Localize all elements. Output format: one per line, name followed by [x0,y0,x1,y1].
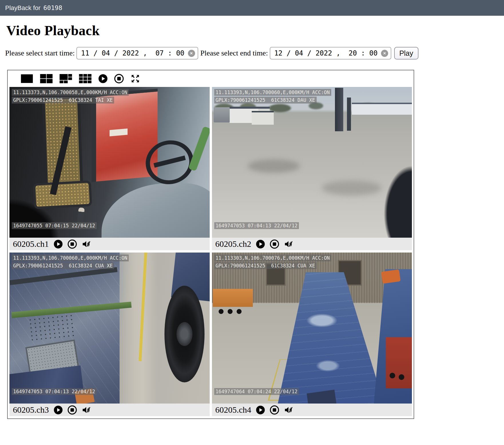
cab-seat-art [33,180,92,209]
flatbed-wheels-art [216,305,252,319]
yard-stain-art [322,180,382,196]
channel-mute-icon[interactable] [284,239,293,249]
tire-hub-art [176,322,193,346]
gps-overlay-ch3: 11.113393,N,106.700060,E,000KM/H ACC:ON … [12,255,129,269]
channel-cell-ch2: 11.113393,N,106.700060,E,000KM/H ACC:ON … [212,87,412,250]
gps-line1: 11.113393,N,106.700060,E,000KM/H ACC:ON [214,89,331,96]
channel-label-ch2: 60205.ch2 [215,239,251,249]
six-view-layout-icon[interactable] [59,74,72,84]
channel-bar-ch2: 60205.ch2 [212,238,412,250]
gps-line2: GPLX:790061241525 61C38324 CUA XE [12,262,114,269]
timestamp-overlay-ch1: 1649747055 07:04:15 22/04/12 [12,222,97,229]
fullscreen-icon[interactable] [130,74,140,84]
channel-label-ch3: 60205.ch3 [13,405,49,415]
yard-figure-art [382,162,412,238]
timestamp-overlay-ch2: 1649747053 07:04:13 22/04/12 [214,222,299,229]
yard-truck-art [214,107,230,122]
channel-play-icon[interactable] [53,239,63,249]
red-chassis-art [386,337,412,389]
clear-end-time-icon[interactable]: ✕ [381,50,388,57]
channel-play-icon[interactable] [53,405,63,415]
device-id: 60198 [43,4,62,11]
channel-label-ch4: 60205.ch4 [215,405,251,415]
video-frame-ch1[interactable]: 11.113373,N,106.700058,E,000KM/H ACC:ON … [9,87,210,238]
chain-hooks-art [28,314,75,342]
channel-stop-icon[interactable] [270,405,279,415]
channel-cell-ch4: 11.113303,N,106.700076,E,000KM/H ACC:ON … [212,253,412,416]
gps-line1: 11.113303,N,106.700076,E,000KM/H ACC:ON [214,255,331,261]
channel-play-icon[interactable] [256,239,265,249]
gps-line1: 11.113373,N,106.700058,E,000KM/H ACC:ON [12,89,129,96]
gps-line1: 11.113393,N,106.700060,E,000KM/H ACC:ON [12,255,129,261]
timestamp-text: 1649747064 07:04:24 22/04/12 [214,388,299,395]
timestamp-overlay-ch3: 1649747053 07:04:13 22/04/12 [12,388,97,395]
channel-mute-icon[interactable] [284,405,293,415]
gps-line2: GPLX:790061241525 61C38324 DAU XE [214,97,317,104]
player-container: 11.113373,N,106.700058,E,000KM/H ACC:ON … [7,70,414,419]
timestamp-text: 1649747055 07:04:15 22/04/12 [12,222,97,229]
yard-guardhouse-art [252,111,274,124]
timestamp-text: 1649747053 07:04:13 22/04/12 [12,388,97,395]
video-frame-ch2[interactable]: 11.113393,N,106.700060,E,000KM/H ACC:ON … [212,87,412,238]
timestamp-overlay-ch4: 1649747064 07:04:24 22/04/12 [214,388,299,395]
gps-line2: GPLX:790061241525 61C38324 TAI XE [12,97,114,104]
start-time-input[interactable]: 11 / 04 / 2022 , 07 : 00 ✕ [76,47,198,59]
start-time-label: Please select start time: [5,49,75,57]
titlebar-text: PlayBack for [5,4,41,12]
end-time-input[interactable]: 12 / 04 / 2022 , 20 : 00 ✕ [270,47,391,59]
gps-overlay-ch1: 11.113373,N,106.700058,E,000KM/H ACC:ON … [12,89,129,104]
gps-line2: GPLX:790061241525 61C38324 CUA XE [214,262,317,269]
player-toolbar [9,70,412,87]
channel-label-ch1: 60205.ch1 [13,239,49,249]
end-time-label: Please select end time: [201,49,268,57]
clear-start-time-icon[interactable]: ✕ [188,50,195,57]
channel-bar-ch3: 60205.ch3 [9,404,210,416]
cab-strap-art [188,126,209,171]
video-frame-ch3[interactable]: 11.113393,N,106.700060,E,000KM/H ACC:ON … [9,253,210,404]
time-range-form: Please select start time: 11 / 04 / 2022… [5,47,504,59]
channel-mute-icon[interactable] [82,405,91,415]
nine-view-layout-icon[interactable] [79,74,92,84]
yard-stain-art [248,159,300,173]
concrete-strip-art [122,253,158,404]
orange-flatbed-art [213,289,253,307]
channel-bar-ch1: 60205.ch1 [9,238,210,250]
gps-overlay-ch4: 11.113303,N,106.700076,E,000KM/H ACC:ON … [214,255,331,269]
start-time-value[interactable]: 11 / 04 / 2022 , 07 : 00 [81,49,184,57]
channel-cell-ch3: 11.113393,N,106.700060,E,000KM/H ACC:ON … [9,253,210,416]
single-view-layout-icon[interactable] [20,74,33,84]
play-all-icon[interactable] [98,74,108,84]
video-grid: 11.113373,N,106.700058,E,000KM/H ACC:ON … [9,87,412,416]
channel-stop-icon[interactable] [68,239,77,249]
channel-bar-ch4: 60205.ch4 [212,404,412,416]
quad-view-layout-icon[interactable] [40,74,53,84]
channel-cell-ch1: 11.113373,N,106.700058,E,000KM/H ACC:ON … [9,87,210,250]
play-button[interactable]: Play [394,47,418,59]
channel-mute-icon[interactable] [82,239,91,249]
cab-dashboard-art [102,183,210,238]
channel-stop-icon[interactable] [68,405,77,415]
yard-gate-post-art [347,98,351,131]
channel-play-icon[interactable] [256,405,265,415]
end-time-value[interactable]: 12 / 04 / 2022 , 20 : 00 [274,49,378,57]
timestamp-text: 1649747053 07:04:13 22/04/12 [214,222,299,229]
video-frame-ch4[interactable]: 11.113303,N,106.700076,E,000KM/H ACC:ON … [212,253,412,404]
stop-all-icon[interactable] [114,74,124,84]
page-title: Video Playback [6,23,504,38]
yard-gate-pillar-art [335,88,343,132]
channel-stop-icon[interactable] [270,239,279,249]
window-titlebar: PlayBack for 60198 [0,0,504,16]
gps-overlay-ch2: 11.113393,N,106.700060,E,000KM/H ACC:ON … [214,89,331,104]
yard-wall-art [352,103,412,115]
